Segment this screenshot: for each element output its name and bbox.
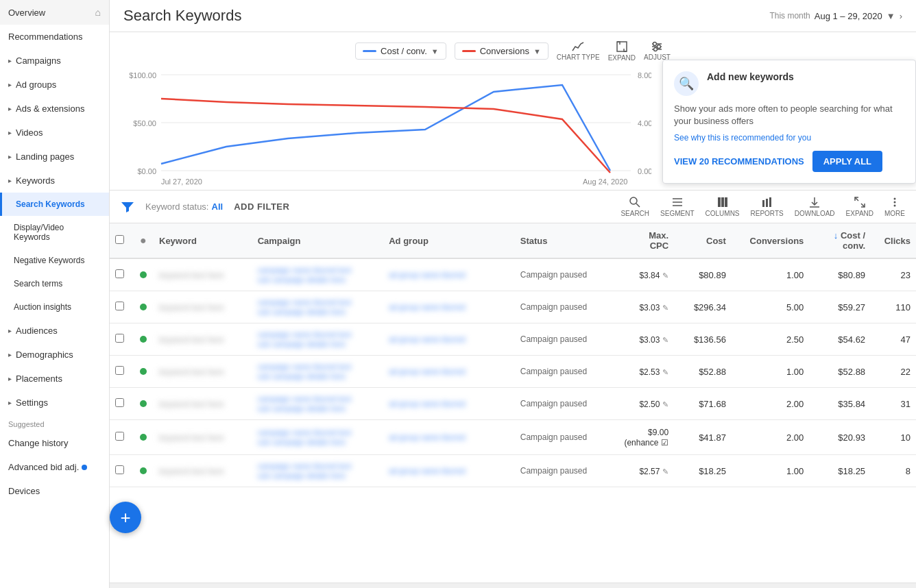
costconv-cell: $59.27 <box>809 291 871 323</box>
row-checkbox-cell[interactable] <box>110 258 134 291</box>
campaign-cell: campaign name blurred text sub campaign … <box>252 420 384 455</box>
status-value: Campaign paused <box>520 399 587 408</box>
maxcpc-column-header[interactable]: Max.CPC <box>608 223 675 258</box>
keyword-column-header[interactable]: Keyword <box>154 223 252 258</box>
sidebar-item-placements[interactable]: ▸ Placements <box>0 367 109 391</box>
view-recommendations-button[interactable]: VIEW 20 RECOMMENDATIONS <box>674 156 804 167</box>
cost-value: $52.88 <box>699 367 726 377</box>
adjust-button[interactable]: ADJUST <box>644 41 671 61</box>
apply-all-button[interactable]: APPLY ALL <box>812 151 882 172</box>
keyword-value: keyword text here <box>159 467 224 476</box>
status-value: Campaign paused <box>520 270 587 280</box>
adgroup-column-header[interactable]: Ad group <box>383 223 515 258</box>
costconv-column-header[interactable]: ↓ Cost /conv. <box>809 223 871 258</box>
edit-pencil-icon[interactable]: ✎ <box>662 271 668 280</box>
keyword-status-label: Keyword status: <box>145 201 209 212</box>
sidebar-item-display-video-keywords[interactable]: Display/Video Keywords <box>0 216 109 249</box>
row-checkbox-cell[interactable] <box>110 323 134 356</box>
rec-see-why-link[interactable]: See why this is recommended for you <box>674 133 904 143</box>
sidebar-item-keywords[interactable]: ▸ Keywords <box>0 169 109 193</box>
svg-text:$50.00: $50.00 <box>133 119 156 127</box>
campaign-cell: campaign name blurred text sub campaign … <box>252 291 384 323</box>
row-checkbox-cell[interactable] <box>110 455 134 487</box>
row-checkbox[interactable] <box>115 398 124 407</box>
status-green-dot <box>140 400 147 407</box>
metric-conversions[interactable]: Conversions ▼ <box>455 42 549 60</box>
clicks-column-header[interactable]: Clicks <box>871 223 916 258</box>
sidebar-item-label: Devices <box>8 486 40 496</box>
home-icon: ⌂ <box>95 7 101 18</box>
select-all-checkbox[interactable] <box>115 235 124 244</box>
status-dot-icon: ● <box>140 234 147 246</box>
select-all-header[interactable] <box>110 223 134 258</box>
row-checkbox-cell[interactable] <box>110 420 134 455</box>
status-column-header[interactable]: Status <box>515 223 608 258</box>
conversions-dropdown-icon[interactable]: ▼ <box>533 47 541 56</box>
chart-type-button[interactable]: CHART TYPE <box>557 41 600 61</box>
edit-pencil-icon[interactable]: ✎ <box>662 304 668 312</box>
horizontal-scrollbar[interactable] <box>110 583 916 588</box>
row-checkbox[interactable] <box>115 269 124 278</box>
columns-button[interactable]: COLUMNS <box>706 196 740 217</box>
keyword-status-value[interactable]: All <box>212 201 224 212</box>
row-status-dot-cell <box>134 420 154 455</box>
date-dropdown-icon[interactable]: ▼ <box>887 11 895 21</box>
sidebar-item-ad-groups[interactable]: ▸ Ad groups <box>0 73 109 97</box>
sidebar-item-campaigns[interactable]: ▸ Campaigns <box>0 49 109 73</box>
row-checkbox[interactable] <box>115 432 124 441</box>
clicks-value: 110 <box>895 302 911 313</box>
expand-chart-button[interactable]: EXPAND <box>608 40 636 62</box>
row-checkbox-cell[interactable] <box>110 388 134 420</box>
row-checkbox-cell[interactable] <box>110 291 134 323</box>
row-checkbox[interactable] <box>115 334 124 343</box>
sidebar-item-ads-extensions[interactable]: ▸ Ads & extensions <box>0 97 109 121</box>
edit-pencil-icon[interactable]: ✎ <box>662 400 668 408</box>
row-checkbox-cell[interactable] <box>110 356 134 388</box>
sidebar-item-overview[interactable]: Overview ⌂ <box>0 0 109 25</box>
sidebar-item-settings[interactable]: ▸ Settings <box>0 391 109 415</box>
search-label: SEARCH <box>620 210 649 217</box>
sidebar-item-auction-insights[interactable]: Auction insights <box>0 295 109 319</box>
conversions-column-header[interactable]: Conversions <box>732 223 809 258</box>
search-button[interactable]: SEARCH <box>620 196 649 217</box>
row-checkbox[interactable] <box>115 366 124 375</box>
sidebar-item-search-keywords[interactable]: Search Keywords <box>0 193 109 216</box>
add-filter-button[interactable]: ADD FILTER <box>234 201 289 212</box>
filter-icon[interactable] <box>121 200 134 214</box>
filter-right-actions: SEARCH SEGMENT COLUMNS REPORTS DOWNLOAD … <box>620 196 905 217</box>
cost-conv-dropdown-icon[interactable]: ▼ <box>431 47 439 56</box>
sidebar-item-recommendations[interactable]: Recommendations <box>0 25 109 49</box>
sidebar-item-videos[interactable]: ▸ Videos <box>0 121 109 145</box>
sidebar-item-demographics[interactable]: ▸ Demographics <box>0 343 109 367</box>
enhanced-checkbox[interactable]: ☑ <box>661 438 668 448</box>
cost-column-header[interactable]: Cost <box>674 223 732 258</box>
row-checkbox[interactable] <box>115 302 124 310</box>
rec-header: 🔍 Add new keywords <box>674 71 904 96</box>
row-checkbox[interactable] <box>115 465 124 474</box>
expand-table-button[interactable]: EXPAND <box>846 196 873 217</box>
sidebar-item-search-terms[interactable]: Search terms <box>0 272 109 295</box>
keyword-cell: keyword text here <box>154 356 252 388</box>
sidebar-item-advanced-bid[interactable]: Advanced bid adj. <box>0 455 109 479</box>
edit-pencil-icon[interactable]: ✎ <box>662 368 668 376</box>
campaign-column-header[interactable]: Campaign <box>252 223 384 258</box>
sidebar-item-devices[interactable]: Devices <box>0 479 109 503</box>
date-collapse-icon[interactable]: › <box>900 11 902 21</box>
conversions-value: 1.00 <box>786 466 804 476</box>
sidebar-item-negative-keywords[interactable]: Negative Keywords <box>0 249 109 272</box>
reports-button[interactable]: REPORTS <box>751 196 784 217</box>
sidebar-item-landing-pages[interactable]: ▸ Landing pages <box>0 145 109 169</box>
costconv-value: $54.62 <box>838 334 865 345</box>
add-fab-button[interactable]: + <box>110 502 141 533</box>
metric-cost-conv[interactable]: Cost / conv. ▼ <box>355 42 446 60</box>
sidebar-item-change-history[interactable]: Change history <box>0 431 109 455</box>
keyword-status: Keyword status: All <box>145 201 223 212</box>
sidebar-item-audiences[interactable]: ▸ Audiences <box>0 319 109 343</box>
more-button[interactable]: MORE <box>884 196 905 217</box>
download-button[interactable]: DOWNLOAD <box>795 196 835 217</box>
edit-pencil-icon[interactable]: ✎ <box>662 336 668 344</box>
segment-button[interactable]: SEGMENT <box>660 196 694 217</box>
edit-pencil-icon[interactable]: ✎ <box>662 467 668 476</box>
reports-label: REPORTS <box>751 210 784 217</box>
cost-value: $296.34 <box>694 302 726 313</box>
